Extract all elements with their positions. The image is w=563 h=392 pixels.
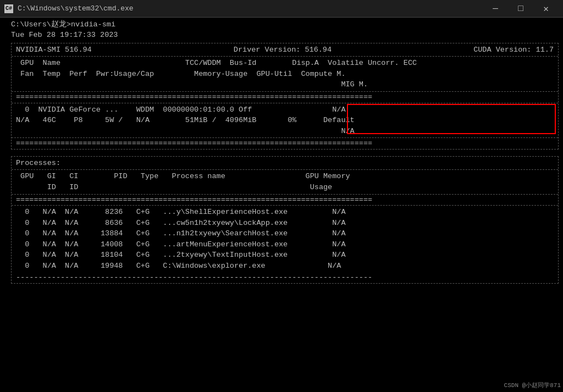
proc-row-2: 0 N/A N/A 13884 C+G ...n1h2txyewy\Search… [16, 228, 554, 239]
separator-top: ========================================… [12, 92, 558, 103]
proc-row-0: 0 N/A N/A 8236 C+G ...y\ShellExperienceH… [16, 207, 554, 218]
spacer [11, 150, 559, 156]
processes-box: Processes: GPU GI CI PID Type Process na… [11, 156, 559, 284]
datetime-line: Tue Feb 28 19:17:33 2023 [11, 30, 559, 41]
window-controls: — □ ✕ [483, 0, 559, 18]
column-headers: GPU Name TCC/WDDM Bus-Id Disp.A Volatile… [12, 57, 558, 92]
col-header-3: MIG M. [16, 79, 554, 90]
nvidia-header-row: NVIDIA-SMI 516.94 Driver Version: 516.94… [12, 43, 558, 57]
col-header-1: GPU Name TCC/WDDM Bus-Id Disp.A Volatile… [16, 58, 554, 69]
maximize-button[interactable]: □ [508, 0, 533, 18]
cmd-icon: C# [4, 4, 13, 13]
proc-col-1: GPU GI CI PID Type Process name GPU Memo… [16, 171, 554, 182]
smi-version: NVIDIA-SMI 516.94 [16, 45, 92, 56]
proc-bottom-separator: ----------------------------------------… [12, 272, 558, 283]
gpu-info-box: NVIDIA-SMI 516.94 Driver Version: 516.94… [11, 43, 559, 150]
close-button[interactable]: ✕ [533, 0, 559, 18]
proc-row-4: 0 N/A N/A 18104 C+G ...2txyewy\TextInput… [16, 250, 554, 261]
driver-version: Driver Version: 516.94 [234, 45, 332, 56]
icon-label: C# [5, 5, 12, 12]
terminal-content[interactable]: C:\Users\赵龙>nvidia-smi Tue Feb 28 19:17:… [0, 18, 563, 392]
minimize-button[interactable]: — [483, 0, 508, 18]
prompt-line: C:\Users\赵龙>nvidia-smi [11, 20, 559, 30]
titlebar: C# C:\Windows\system32\cmd.exe — □ ✕ [0, 0, 563, 18]
cuda-version: CUDA Version: 11.7 [473, 45, 554, 56]
proc-row-3: 0 N/A N/A 14008 C+G ...artMenuExperience… [16, 239, 554, 250]
gpu-row-2: N/A 46C P8 5W / N/A 51MiB / 4096MiB 0% D… [16, 115, 554, 126]
col-header-2: Fan Temp Perf Pwr:Usage/Cap Memory-Usage… [16, 69, 554, 80]
separator-bottom: ========================================… [12, 138, 558, 149]
watermark: CSDN @小赵同学871 [504, 382, 561, 390]
process-rows: 0 N/A N/A 8236 C+G ...y\ShellExperienceH… [12, 206, 558, 272]
window-title: C:\Windows\system32\cmd.exe [18, 4, 134, 13]
gpu-row-3: N/A [16, 126, 554, 137]
processes-header-area: Processes: [12, 157, 558, 170]
proc-row-5: 0 N/A N/A 19948 C+G C:\Windows\explorer.… [16, 261, 554, 272]
proc-separator: ========================================… [12, 195, 558, 206]
titlebar-left: C# C:\Windows\system32\cmd.exe [4, 4, 134, 13]
proc-col-headers: GPU GI CI PID Type Process name GPU Memo… [12, 170, 558, 194]
proc-col-2: ID ID Usage [16, 182, 554, 193]
gpu-row-1: 0 NVIDIA GeForce ... WDDM 00000000:01:00… [16, 104, 554, 115]
proc-row-1: 0 N/A N/A 8636 C+G ...cw5n1h2txyewy\Lock… [16, 218, 554, 229]
gpu-data-rows: 0 NVIDIA GeForce ... WDDM 00000000:01:00… [12, 103, 558, 139]
processes-label: Processes: [16, 158, 554, 169]
